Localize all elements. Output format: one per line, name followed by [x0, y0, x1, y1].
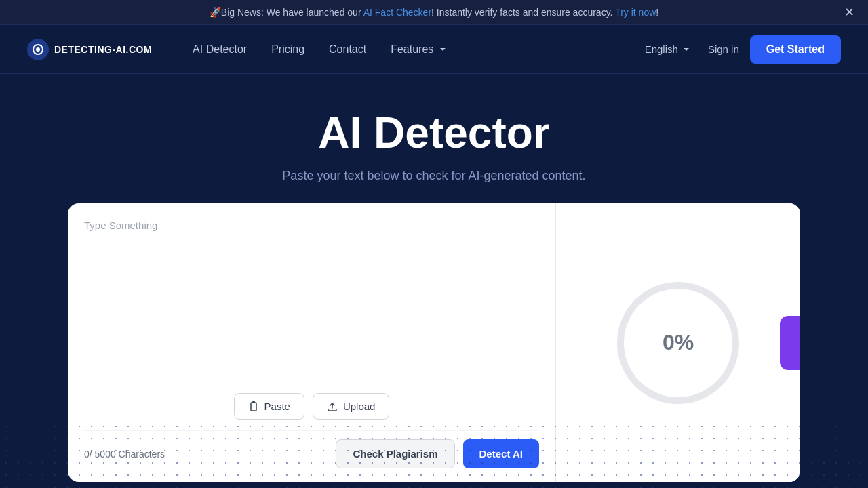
floating-decoration — [780, 316, 800, 370]
nav-item-contact[interactable]: Contact — [329, 43, 366, 56]
language-selector[interactable]: English — [638, 39, 697, 59]
get-started-button[interactable]: Get Started — [750, 35, 841, 64]
announcement-banner: 🚀Big News: We have launched our AI Fact … — [0, 0, 868, 25]
logo-text: DETECTING-AI.COM — [54, 44, 152, 55]
text-panel: Paste Upload 0/ 5000 Characters Check Pl… — [68, 203, 556, 482]
hero-subtitle: Paste your text below to check for AI-ge… — [14, 169, 854, 183]
text-actions: Paste Upload — [84, 382, 539, 430]
footer-buttons: Check Plagiarism Detect AI — [336, 439, 539, 468]
navbar-right: English Sign in Get Started — [638, 35, 841, 64]
hero-title: AI Detector — [14, 108, 854, 158]
hero-section: AI Detector Paste your text below to che… — [0, 74, 868, 203]
text-input[interactable] — [84, 220, 539, 382]
nav-item-ai-detector[interactable]: AI Detector — [193, 43, 247, 56]
check-plagiarism-button[interactable]: Check Plagiarism — [336, 439, 454, 468]
main-card: Paste Upload 0/ 5000 Characters Check Pl… — [68, 203, 800, 482]
svg-rect-2 — [251, 403, 256, 411]
paste-icon — [248, 401, 259, 412]
gauge-panel: 0% — [556, 203, 800, 482]
chevron-down-icon — [437, 44, 448, 55]
language-label: English — [645, 43, 678, 55]
nav-item-pricing[interactable]: Pricing — [271, 43, 304, 56]
detect-ai-button[interactable]: Detect AI — [463, 439, 539, 468]
logo-link[interactable]: DETECTING-AI.COM — [27, 39, 152, 60]
upload-button[interactable]: Upload — [313, 393, 390, 420]
nav-links: AI Detector Pricing Contact Features — [193, 43, 638, 56]
text-footer: 0/ 5000 Characters Check Plagiarism Dete… — [84, 430, 539, 471]
navbar: DETECTING-AI.COM AI Detector Pricing Con… — [0, 25, 868, 74]
paste-button[interactable]: Paste — [234, 393, 304, 420]
svg-rect-3 — [252, 401, 255, 403]
gauge-circle: 0% — [617, 282, 739, 404]
nav-item-features[interactable]: Features — [391, 43, 448, 56]
logo-icon — [27, 39, 49, 60]
gauge-value: 0% — [663, 330, 694, 355]
chevron-down-icon — [682, 45, 690, 54]
announcement-text: 🚀Big News: We have launched our AI Fact … — [210, 7, 658, 18]
try-now-link[interactable]: Try it now — [615, 7, 656, 18]
signin-link[interactable]: Sign in — [708, 43, 739, 55]
fact-checker-link[interactable]: AI Fact Checker — [363, 7, 431, 18]
char-count: 0/ 5000 Characters — [84, 449, 165, 460]
upload-icon — [327, 401, 338, 412]
svg-point-1 — [36, 47, 40, 52]
main-content: Paste Upload 0/ 5000 Characters Check Pl… — [54, 203, 814, 482]
close-banner-button[interactable]: ✕ — [844, 6, 854, 18]
